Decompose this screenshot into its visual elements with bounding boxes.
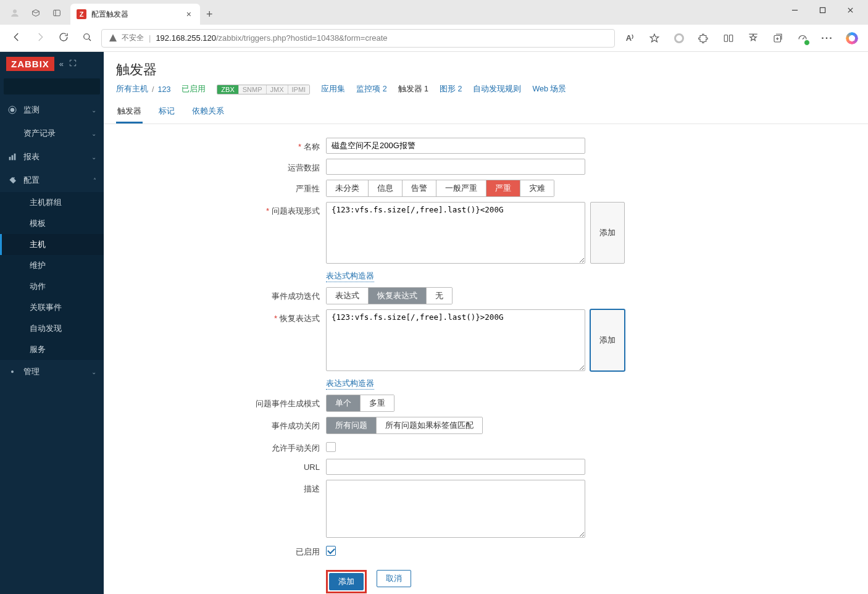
sidebar-sub-actions[interactable]: 动作	[0, 276, 104, 297]
event-ok-gen-none[interactable]: 无	[427, 288, 452, 304]
nav-refresh-button[interactable]	[58, 31, 69, 44]
event-ok-gen-group: 表达式 恢复表达式 无	[326, 287, 453, 304]
form-tab-dependencies[interactable]: 依赖关系	[191, 101, 225, 123]
url-input[interactable]: 不安全 | 192.168.255.120/zabbix/triggers.ph…	[101, 29, 615, 48]
event-ok-close-all-tags[interactable]: 所有问题如果标签值匹配	[377, 417, 482, 433]
bc-link-web[interactable]: Web 场景	[532, 84, 566, 94]
sidebar-sub-discovery[interactable]: 自动发现	[0, 318, 104, 339]
window-minimize-button[interactable]	[781, 0, 809, 20]
form-tab-tags[interactable]: 标记	[157, 101, 176, 123]
input-op-data[interactable]	[326, 159, 585, 175]
window-close-button[interactable]	[837, 0, 864, 20]
copilot-icon[interactable]	[846, 32, 858, 44]
label-severity: 严重性	[296, 184, 320, 193]
interface-snmp[interactable]: SNMP	[239, 85, 267, 94]
svg-point-13	[11, 370, 14, 373]
problem-expr-add-button[interactable]: 添加	[590, 202, 625, 264]
tab-actions-icon[interactable]	[52, 8, 62, 20]
input-recovery-expr[interactable]	[326, 309, 585, 371]
sidebar-sub-maintenance[interactable]: 维护	[0, 255, 104, 276]
form-tabs: 触发器 标记 依赖关系	[104, 101, 868, 124]
sidebar-item-reports[interactable]: 报表 ⌄	[0, 145, 104, 169]
input-description[interactable]	[326, 480, 585, 538]
nav-forward-button[interactable]	[35, 31, 46, 44]
sidebar-collapse-icon[interactable]: «	[59, 59, 64, 69]
bc-link-apps[interactable]: 应用集	[321, 84, 345, 94]
sidebar-item-label: 监测	[23, 104, 40, 115]
main-content: 触发器 所有主机 / 123 已启用 ZBX SNMP JMX IPMI 应用集…	[104, 52, 868, 594]
brand-logo: ZABBIX	[6, 57, 54, 71]
input-url[interactable]	[326, 459, 585, 475]
recovery-expr-builder-link[interactable]: 表达式构造器	[326, 379, 374, 390]
chevron-down-icon: ⌄	[91, 130, 96, 137]
checkbox-enabled[interactable]	[326, 546, 336, 556]
more-menu-icon[interactable]: ···	[821, 32, 833, 44]
bc-link-items[interactable]: 监控项 2	[356, 84, 386, 94]
sidebar-fullscreen-icon[interactable]	[69, 59, 77, 69]
bc-link-graphs[interactable]: 图形 2	[440, 84, 462, 94]
sidebar-item-label: 资产记录	[23, 128, 56, 139]
severity-high[interactable]: 严重	[486, 180, 520, 196]
label-url: URL	[304, 462, 320, 472]
performance-icon[interactable]	[796, 32, 809, 44]
recovery-expr-add-button[interactable]: 添加	[590, 309, 625, 371]
browser-tab[interactable]: Z 配置触发器 ×	[70, 4, 200, 25]
svg-rect-12	[14, 154, 16, 161]
interface-jmx[interactable]: JMX	[267, 85, 288, 94]
severity-average[interactable]: 一般严重	[436, 180, 486, 196]
sidebar-sub-templates[interactable]: 模板	[0, 213, 104, 234]
sidebar-sub-services[interactable]: 服务	[0, 339, 104, 360]
sidebar-sub-hostgroups[interactable]: 主机群组	[0, 192, 104, 213]
severity-disaster[interactable]: 灾难	[520, 180, 554, 196]
sidebar-search-input[interactable]	[9, 82, 113, 91]
new-tab-button[interactable]: +	[200, 8, 219, 25]
sidebar-item-inventory[interactable]: 资产记录 ⌄	[0, 122, 104, 145]
bc-link-triggers[interactable]: 触发器 1	[398, 84, 428, 94]
label-name: 名称	[304, 142, 320, 151]
nav-search-icon[interactable]	[81, 31, 93, 44]
extensions-icon[interactable]	[698, 32, 710, 44]
favorite-icon[interactable]	[648, 32, 661, 44]
checkbox-allow-manual-close[interactable]	[326, 442, 336, 452]
breadcrumb-host[interactable]: 123	[157, 85, 170, 94]
svg-rect-1	[54, 10, 61, 15]
severity-not-classified[interactable]: 未分类	[327, 180, 369, 196]
record-status-icon[interactable]	[673, 32, 685, 44]
submit-button[interactable]: 添加	[329, 573, 364, 590]
sidebar-item-monitoring[interactable]: 监测 ⌄	[0, 98, 104, 122]
cancel-button[interactable]: 取消	[377, 570, 411, 587]
sidebar-sub-hosts[interactable]: 主机	[0, 234, 104, 255]
collections-icon[interactable]	[772, 32, 784, 44]
form-tab-trigger[interactable]: 触发器	[116, 101, 143, 123]
event-ok-close-all[interactable]: 所有问题	[327, 417, 377, 433]
severity-information[interactable]: 信息	[369, 180, 403, 196]
sidebar-search[interactable]	[4, 78, 100, 94]
read-aloud-icon[interactable]: A⁾	[624, 32, 636, 44]
problem-expr-builder-link[interactable]: 表达式构造器	[326, 271, 374, 282]
problem-gen-mode-multiple[interactable]: 多重	[361, 395, 394, 411]
input-name[interactable]	[326, 138, 585, 154]
severity-warning[interactable]: 告警	[403, 180, 436, 196]
problem-gen-mode-group: 单个 多重	[326, 395, 394, 412]
interface-zbx[interactable]: ZBX	[217, 85, 238, 94]
host-status-enabled: 已启用	[182, 84, 206, 94]
nav-back-button[interactable]	[11, 31, 22, 44]
event-ok-gen-recovery-expression[interactable]: 恢复表达式	[369, 288, 427, 304]
problem-gen-mode-single[interactable]: 单个	[327, 395, 361, 411]
favorites-bar-icon[interactable]	[747, 32, 759, 44]
split-screen-icon[interactable]	[722, 32, 735, 44]
sidebar-sub-correlation[interactable]: 关联事件	[0, 297, 104, 318]
event-ok-gen-expression[interactable]: 表达式	[327, 288, 369, 304]
bc-link-discovery[interactable]: 自动发现规则	[473, 84, 521, 94]
sidebar-item-label: 报表	[23, 151, 40, 162]
interface-ipmi[interactable]: IPMI	[288, 85, 310, 94]
tab-close-icon[interactable]: ×	[184, 8, 194, 20]
profile-icon[interactable]	[10, 8, 20, 20]
security-indicator[interactable]: 不安全	[108, 33, 144, 43]
sidebar-item-administration[interactable]: 管理 ⌄	[0, 360, 104, 383]
sidebar-item-configuration[interactable]: 配置 ˄	[0, 169, 104, 192]
input-problem-expr[interactable]	[326, 202, 585, 264]
window-maximize-button[interactable]	[809, 0, 837, 20]
workspaces-icon[interactable]	[31, 8, 41, 20]
breadcrumb-all-hosts[interactable]: 所有主机	[116, 84, 148, 94]
